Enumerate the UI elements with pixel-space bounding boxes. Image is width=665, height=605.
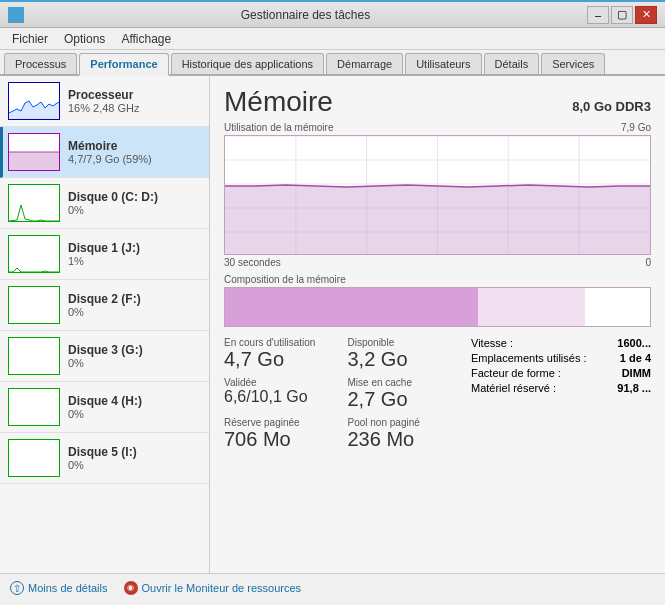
stats-left-col: En cours d'utilisation 4,7 Go Disponible… [224, 337, 461, 457]
stat-pool-value: 236 Mo [348, 428, 462, 451]
mem-info: Mémoire 4,7/7,9 Go (59%) [68, 139, 201, 165]
stat-emplacements-label: Emplacements utilisés : [471, 352, 599, 364]
time-label-left: 30 secondes [224, 257, 281, 268]
stat-vitesse-label: Vitesse : [471, 337, 599, 349]
stat-validee-label: Validée [224, 377, 338, 388]
mem-usage-chart [224, 135, 651, 255]
disk0-sub: 0% [68, 204, 201, 216]
stats-grid: En cours d'utilisation 4,7 Go Disponible… [224, 337, 461, 451]
maximize-button[interactable]: ▢ [611, 6, 633, 24]
svg-rect-2 [10, 16, 15, 21]
disk5-sub: 0% [68, 459, 201, 471]
svg-rect-0 [10, 9, 15, 14]
stat-en-cours: En cours d'utilisation 4,7 Go [224, 337, 338, 371]
disk2-sub: 0% [68, 306, 201, 318]
mem-title: Mémoire [68, 139, 201, 153]
stat-mise-cache-label: Mise en cache [348, 377, 462, 388]
minimize-button[interactable]: – [587, 6, 609, 24]
svg-rect-9 [9, 185, 60, 222]
less-details-button[interactable]: ⇧ Moins de détails [10, 581, 108, 595]
disk4-graph-thumb [8, 388, 60, 426]
menu-affichage[interactable]: Affichage [113, 30, 179, 48]
disk4-info: Disque 4 (H:) 0% [68, 394, 201, 420]
disk4-sub: 0% [68, 408, 201, 420]
disk3-sub: 0% [68, 357, 201, 369]
perf-item-disk4[interactable]: Disque 4 (H:) 0% [0, 382, 209, 433]
comp-label: Composition de la mémoire [224, 274, 651, 285]
stat-en-cours-value: 4,7 Go [224, 348, 338, 371]
stat-disponible: Disponible 3,2 Go [348, 337, 462, 371]
disk3-info: Disque 3 (G:) 0% [68, 343, 201, 369]
tab-processus[interactable]: Processus [4, 53, 77, 74]
open-monitor-label: Ouvrir le Moniteur de ressources [142, 582, 302, 594]
chevron-up-icon: ⇧ [10, 581, 24, 595]
menu-options[interactable]: Options [56, 30, 113, 48]
svg-rect-1 [17, 9, 22, 14]
stat-validee-value: 6,6/10,1 Go [224, 388, 338, 406]
disk3-graph-thumb [8, 337, 60, 375]
tab-services[interactable]: Services [541, 53, 605, 74]
less-details-label: Moins de détails [28, 582, 108, 594]
svg-rect-10 [9, 236, 60, 273]
svg-rect-17 [9, 440, 60, 477]
svg-rect-15 [9, 389, 60, 426]
stat-disponible-value: 3,2 Go [348, 348, 462, 371]
stat-mise-cache-value: 2,7 Go [348, 388, 462, 411]
window-title: Gestionnaire des tâches [24, 8, 587, 22]
perf-item-disk5[interactable]: Disque 5 (I:) 0% [0, 433, 209, 484]
stat-reserve-label: Réserve paginée [224, 417, 338, 428]
mem-graph-thumb [8, 133, 60, 171]
perf-item-disk2[interactable]: Disque 2 (F:) 0% [0, 280, 209, 331]
right-panel: Mémoire 8,0 Go DDR3 Utilisation de la mé… [210, 76, 665, 573]
stat-pool: Pool non paginé 236 Mo [348, 417, 462, 451]
stat-vitesse-value: 1600... [605, 337, 651, 349]
composition-chart [224, 287, 651, 327]
perf-item-disk0[interactable]: Disque 0 (C: D:) 0% [0, 178, 209, 229]
comp-seg-used [225, 288, 478, 326]
stat-facteur-value: DIMM [605, 367, 651, 379]
disk1-sub: 1% [68, 255, 201, 267]
stat-materiel-label: Matériel réservé : [471, 382, 599, 394]
disk1-info: Disque 1 (J:) 1% [68, 241, 201, 267]
mem-header: Mémoire 8,0 Go DDR3 [224, 86, 651, 118]
right-stats-grid: Vitesse : 1600... Emplacements utilisés … [471, 337, 651, 394]
disk5-graph-thumb [8, 439, 60, 477]
time-label-right: 0 [645, 257, 651, 268]
comp-seg-free [585, 288, 650, 326]
disk0-title: Disque 0 (C: D:) [68, 190, 201, 204]
perf-item-cpu[interactable]: Processeur 16% 2,48 GHz [0, 76, 209, 127]
open-monitor-button[interactable]: ◉ Ouvrir le Moniteur de ressources [124, 581, 302, 595]
stat-emplacements-value: 1 de 4 [605, 352, 651, 364]
disk2-info: Disque 2 (F:) 0% [68, 292, 201, 318]
tab-details[interactable]: Détails [484, 53, 540, 74]
time-labels: 30 secondes 0 [224, 257, 651, 268]
stat-reserve: Réserve paginée 706 Mo [224, 417, 338, 451]
perf-item-mem[interactable]: Mémoire 4,7/7,9 Go (59%) [0, 127, 209, 178]
tab-historique[interactable]: Historique des applications [171, 53, 324, 74]
app-icon [8, 7, 24, 23]
perf-item-disk3[interactable]: Disque 3 (G:) 0% [0, 331, 209, 382]
cpu-sub: 16% 2,48 GHz [68, 102, 201, 114]
disk1-graph-thumb [8, 235, 60, 273]
cpu-graph-thumb [8, 82, 60, 120]
mem-sub: 4,7/7,9 Go (59%) [68, 153, 201, 165]
disk5-title: Disque 5 (I:) [68, 445, 201, 459]
chart-label-right: 7,9 Go [621, 122, 651, 133]
disk0-info: Disque 0 (C: D:) 0% [68, 190, 201, 216]
tab-performance[interactable]: Performance [79, 53, 168, 76]
cpu-title: Processeur [68, 88, 201, 102]
stat-reserve-value: 706 Mo [224, 428, 338, 451]
stat-materiel-value: 91,8 ... [605, 382, 651, 394]
close-button[interactable]: ✕ [635, 6, 657, 24]
monitor-icon: ◉ [124, 581, 138, 595]
menu-fichier[interactable]: Fichier [4, 30, 56, 48]
tab-demarrage[interactable]: Démarrage [326, 53, 403, 74]
disk2-title: Disque 2 (F:) [68, 292, 201, 306]
svg-marker-29 [225, 185, 650, 255]
chart-label-row: Utilisation de la mémoire 7,9 Go [224, 122, 651, 133]
disk3-title: Disque 3 (G:) [68, 343, 201, 357]
perf-item-disk1[interactable]: Disque 1 (J:) 1% [0, 229, 209, 280]
disk5-info: Disque 5 (I:) 0% [68, 445, 201, 471]
main-content: Processeur 16% 2,48 GHz Mémoire 4,7/7,9 … [0, 76, 665, 573]
tab-utilisateurs[interactable]: Utilisateurs [405, 53, 481, 74]
